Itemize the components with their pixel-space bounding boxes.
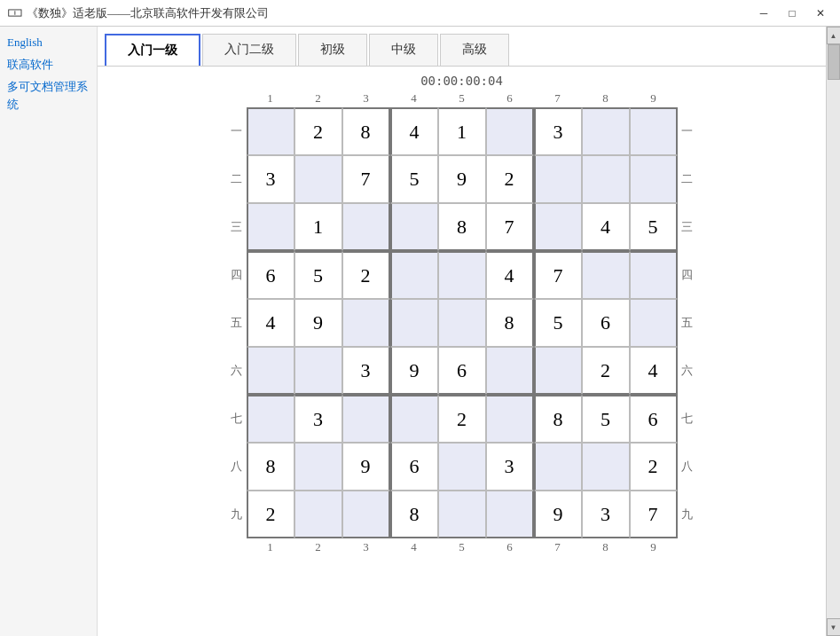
sudoku-cell[interactable]: 8 — [247, 443, 294, 491]
sudoku-cell[interactable]: 2 — [486, 155, 534, 203]
sudoku-cell[interactable]: 4 — [582, 203, 630, 251]
sudoku-cell[interactable] — [486, 347, 534, 395]
sudoku-cell[interactable]: 8 — [534, 395, 582, 443]
scroll-track[interactable] — [827, 44, 840, 618]
sudoku-cell[interactable]: 2 — [294, 107, 342, 155]
sudoku-cell[interactable]: 5 — [534, 299, 582, 347]
sudoku-cell[interactable] — [534, 155, 582, 203]
sudoku-cell[interactable] — [630, 107, 678, 155]
sudoku-cell[interactable]: 5 — [630, 203, 678, 251]
sudoku-cell[interactable]: 7 — [342, 155, 390, 203]
sudoku-cell[interactable] — [438, 491, 486, 538]
english-link[interactable]: English — [7, 34, 90, 52]
sudoku-cell[interactable]: 8 — [342, 107, 390, 155]
sudoku-cell[interactable]: 7 — [630, 491, 678, 538]
sudoku-cell[interactable] — [630, 299, 678, 347]
tab-2[interactable]: 初级 — [298, 34, 367, 66]
sudoku-cell[interactable]: 1 — [294, 203, 342, 251]
sudoku-cell[interactable]: 2 — [342, 251, 390, 299]
sudoku-cell[interactable]: 9 — [534, 491, 582, 538]
sudoku-cell[interactable]: 2 — [582, 347, 630, 395]
sudoku-cell[interactable]: 2 — [247, 491, 294, 538]
sudoku-cell[interactable]: 6 — [247, 251, 294, 299]
sudoku-cell[interactable]: 5 — [294, 251, 342, 299]
col-label: 1 — [247, 540, 294, 554]
sudoku-cell[interactable] — [247, 203, 294, 251]
sudoku-cell[interactable] — [534, 347, 582, 395]
sudoku-cell[interactable] — [342, 299, 390, 347]
sudoku-cell[interactable] — [390, 395, 438, 443]
sudoku-cell[interactable] — [534, 443, 582, 491]
maximize-button[interactable]: □ — [780, 4, 805, 22]
sudoku-cell[interactable]: 3 — [486, 443, 534, 491]
sudoku-cell[interactable]: 1 — [438, 107, 486, 155]
scrollbar[interactable]: ▲ ▼ — [826, 27, 840, 636]
sudoku-cell[interactable]: 8 — [438, 203, 486, 251]
col-label: 6 — [486, 91, 534, 106]
sudoku-cell[interactable] — [582, 155, 630, 203]
sudoku-cell[interactable]: 2 — [438, 395, 486, 443]
sudoku-cell[interactable] — [486, 395, 534, 443]
sudoku-cell[interactable]: 4 — [247, 299, 294, 347]
scroll-down-button[interactable]: ▼ — [827, 618, 841, 636]
sudoku-cell[interactable] — [390, 203, 438, 251]
scroll-up-button[interactable]: ▲ — [827, 27, 841, 44]
sudoku-cell[interactable]: 8 — [390, 491, 438, 538]
sudoku-cell[interactable] — [438, 251, 486, 299]
sudoku-cell[interactable] — [342, 491, 390, 538]
sudoku-cell[interactable] — [438, 299, 486, 347]
sudoku-cell[interactable] — [582, 443, 630, 491]
sudoku-cell[interactable] — [294, 491, 342, 538]
sudoku-cell[interactable] — [630, 155, 678, 203]
sudoku-cell[interactable]: 9 — [438, 155, 486, 203]
minimize-button[interactable]: ─ — [751, 4, 776, 22]
sudoku-cell[interactable] — [390, 299, 438, 347]
tab-3[interactable]: 中级 — [369, 34, 438, 66]
duoke-link[interactable]: 多可文档管理系统 — [7, 78, 90, 115]
sudoku-cell[interactable] — [486, 107, 534, 155]
sudoku-cell[interactable] — [438, 443, 486, 491]
sudoku-cell[interactable] — [534, 203, 582, 251]
sudoku-cell[interactable]: 6 — [390, 443, 438, 491]
sudoku-cell[interactable]: 4 — [390, 107, 438, 155]
sudoku-cell[interactable] — [247, 347, 294, 395]
sudoku-cell[interactable]: 6 — [438, 347, 486, 395]
tab-4[interactable]: 高级 — [440, 34, 509, 66]
sudoku-cell[interactable] — [342, 395, 390, 443]
sudoku-cell[interactable]: 6 — [630, 395, 678, 443]
sudoku-cell[interactable]: 4 — [630, 347, 678, 395]
scroll-thumb[interactable] — [828, 44, 840, 80]
sudoku-cell[interactable] — [582, 107, 630, 155]
sudoku-cell[interactable]: 5 — [582, 395, 630, 443]
sudoku-cell[interactable]: 7 — [486, 203, 534, 251]
sudoku-cell[interactable]: 9 — [342, 443, 390, 491]
sudoku-cell[interactable] — [294, 155, 342, 203]
sudoku-cell[interactable]: 9 — [294, 299, 342, 347]
sudoku-cell[interactable]: 3 — [294, 395, 342, 443]
sudoku-cell[interactable]: 6 — [582, 299, 630, 347]
sudoku-cell[interactable]: 3 — [342, 347, 390, 395]
sudoku-cell[interactable] — [486, 491, 534, 538]
close-button[interactable]: ✕ — [808, 4, 833, 22]
sudoku-cell[interactable]: 3 — [534, 107, 582, 155]
sudoku-cell[interactable]: 8 — [486, 299, 534, 347]
sudoku-cell[interactable] — [390, 251, 438, 299]
sudoku-cell[interactable]: 3 — [582, 491, 630, 538]
sudoku-cell[interactable]: 4 — [486, 251, 534, 299]
sudoku-cell[interactable]: 2 — [630, 443, 678, 491]
sudoku-cell[interactable]: 5 — [390, 155, 438, 203]
row-label: 九 — [678, 491, 697, 538]
sudoku-cell[interactable] — [294, 347, 342, 395]
tab-0[interactable]: 入门一级 — [105, 34, 200, 66]
liangao-link[interactable]: 联高软件 — [7, 56, 90, 75]
sudoku-cell[interactable] — [247, 107, 294, 155]
sudoku-cell[interactable]: 3 — [247, 155, 294, 203]
sudoku-cell[interactable]: 7 — [534, 251, 582, 299]
sudoku-cell[interactable] — [630, 251, 678, 299]
tab-1[interactable]: 入门二级 — [202, 34, 296, 66]
sudoku-cell[interactable] — [582, 251, 630, 299]
sudoku-cell[interactable] — [342, 203, 390, 251]
sudoku-cell[interactable] — [294, 443, 342, 491]
sudoku-cell[interactable] — [247, 395, 294, 443]
sudoku-cell[interactable]: 9 — [390, 347, 438, 395]
